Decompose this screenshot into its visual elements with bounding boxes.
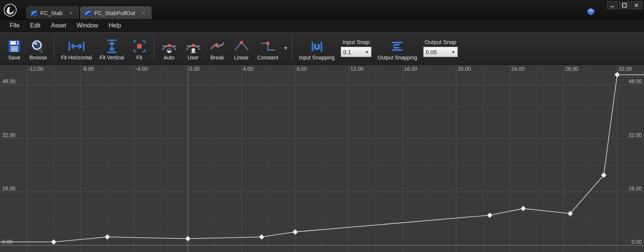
tangent-break-icon [209,39,226,54]
toolbar-label: Save [8,55,20,61]
tangent-user-icon [185,39,202,54]
tangent-auto-icon [161,39,177,54]
svg-text:48.00: 48.00 [629,78,642,84]
menu-window[interactable]: Window [71,20,103,31]
toolbar-label: Fit Vertical [99,55,124,61]
svg-text:16.00: 16.00 [2,185,15,191]
curve-key[interactable] [520,206,526,211]
svg-text:16.00: 16.00 [629,185,642,191]
svg-text:32.00: 32.00 [629,132,642,138]
tangent-constant-button[interactable]: Constant [254,33,282,63]
curve-key[interactable] [615,72,620,77]
tangent-user-button[interactable]: User [181,33,205,63]
svg-text:0.00: 0.00 [632,239,642,245]
curve-asset-icon [31,10,37,17]
output-snap-field: Output Snap 0.05 ▼ [421,33,460,63]
fit-horizontal-button[interactable]: Fit Horizontal [57,33,96,63]
tab-fc-stab[interactable]: FC_Stab × [26,6,79,19]
browse-button[interactable]: Browse [26,33,51,63]
output-snapping-button[interactable]: Output Snapping [374,33,421,63]
input-snap-select[interactable]: 0.1 ▼ [341,47,372,57]
minimize-button[interactable] [607,2,618,9]
toolbar-separator [292,36,292,61]
titlebar: FC_Stab × FC_StabPullOut × [0,0,644,20]
tangent-break-button[interactable]: Break [205,33,229,63]
close-icon[interactable]: × [69,10,72,16]
menu-help[interactable]: Help [103,20,126,31]
svg-text:24.00: 24.00 [511,66,525,72]
svg-rect-11 [11,50,18,51]
svg-text:20.00: 20.00 [458,66,471,72]
svg-text:8.00: 8.00 [297,66,307,72]
source-control-icon[interactable] [587,8,595,16]
svg-text:12.00: 12.00 [350,66,364,72]
svg-rect-1 [31,10,37,16]
svg-rect-26 [240,41,243,44]
tab-label: FC_Stab [40,10,63,16]
svg-text:32.00: 32.00 [619,66,632,72]
fit-button[interactable]: Fit [128,33,151,63]
svg-rect-16 [137,44,142,49]
tangent-auto-button[interactable]: Auto [157,33,181,63]
output-snap-select[interactable]: 0.05 ▼ [423,47,458,57]
tab-fc-stabpullout[interactable]: FC_StabPullOut × [80,6,151,19]
menu-file[interactable]: File [5,20,25,31]
svg-rect-18 [168,44,171,47]
tab-label: FC_StabPullOut [94,10,135,16]
menu-edit[interactable]: Edit [25,20,46,31]
svg-rect-3 [610,6,614,7]
toolbar-separator [54,36,54,61]
svg-rect-10 [11,49,18,49]
svg-text:-12.00: -12.00 [28,66,43,72]
fit-icon [132,39,147,54]
curve-key[interactable] [185,236,190,241]
svg-text:16.00: 16.00 [404,66,417,72]
curve-key[interactable] [292,229,298,235]
toolbar-separator [154,36,154,61]
curve-canvas[interactable]: -12.00-8.00-4.000.004.008.0012.0016.0020… [0,65,644,252]
menubar: File Edit Asset Window Help [0,20,644,32]
svg-rect-4 [623,3,626,7]
svg-rect-15 [38,49,43,53]
tab-strip: FC_Stab × FC_StabPullOut × [26,0,153,19]
svg-text:48.00: 48.00 [2,78,15,84]
svg-rect-21 [192,44,195,47]
toolbar-label: Auto [164,55,174,61]
tangent-dropdown-button[interactable]: ▾ [282,44,289,52]
save-button[interactable]: Save [3,33,26,63]
svg-text:32.00: 32.00 [2,132,15,138]
snapping-icon [390,39,405,54]
curve-key[interactable] [51,239,56,244]
chevron-down-icon: ▼ [451,50,455,54]
curve-key[interactable] [259,234,264,240]
snapping-icon [309,39,324,54]
input-snap-value: 0.1 [343,49,351,55]
input-snap-label: Input Snap [342,39,370,45]
maximize-button[interactable] [619,2,630,9]
output-snap-label: Output Snap [425,39,456,45]
curve-key[interactable] [105,234,110,240]
input-snap-field: Input Snap 0.1 ▼ [338,33,374,63]
toolbar-label: Break [210,55,224,61]
toolbar-label: Constant [257,55,278,61]
tangent-linear-icon [233,39,250,54]
curve-editor[interactable]: -12.00-8.00-4.000.004.008.0012.0016.0020… [0,65,644,252]
toolbar-label: User [188,55,199,61]
fit-horizontal-icon [68,39,85,54]
toolbar: Save Browse Fit Horizontal Fit Vertical … [0,32,644,65]
menu-asset[interactable]: Asset [46,20,71,31]
tangent-linear-button[interactable]: Linear [229,33,254,63]
input-snapping-button[interactable]: Input Snapping [295,33,338,63]
toolbar-label: Output Snapping [378,55,417,61]
close-icon[interactable]: × [142,10,145,16]
close-button[interactable] [631,2,642,9]
fit-vertical-button[interactable]: Fit Vertical [96,33,128,63]
toolbar-label: Linear [234,55,249,61]
toolbar-label: Fit Horizontal [61,55,92,61]
chevron-down-icon: ▼ [365,50,369,54]
fit-vertical-icon [104,39,119,54]
toolbar-label: Browse [29,55,47,61]
browse-icon [31,39,46,54]
svg-rect-7 [16,41,17,44]
curve-key[interactable] [487,213,492,218]
